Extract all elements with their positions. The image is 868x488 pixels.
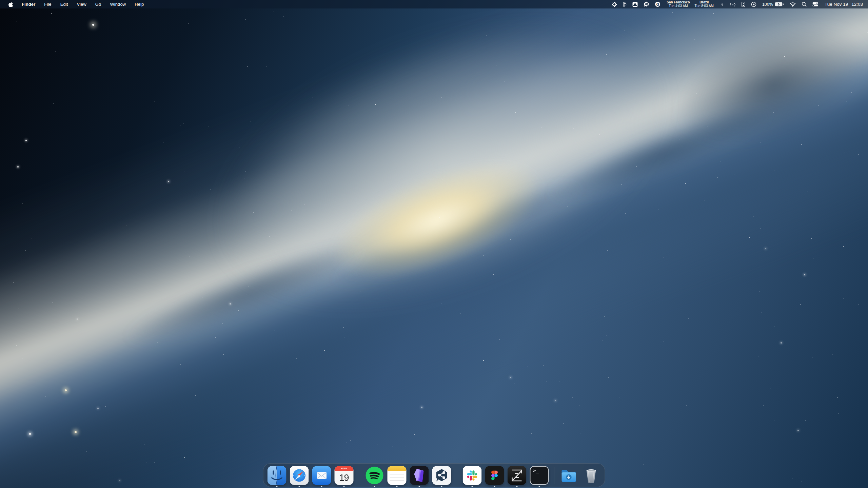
battery-percent: 100%: [762, 2, 773, 7]
battery-status[interactable]: 100%: [762, 2, 784, 7]
menu-bar-left: Finder File Edit View Go Window Help: [6, 1, 148, 7]
world-clock-san-francisco[interactable]: San Francisco Tue 4:03 AM: [667, 1, 690, 8]
calendar-app-icon[interactable]: NOV 19: [335, 466, 354, 485]
notes-yellow-band: [388, 466, 407, 471]
menu-bar: Finder File Edit View Go Window Help: [0, 0, 868, 8]
play-circle-icon[interactable]: [751, 2, 756, 7]
menu-item-finder[interactable]: Finder: [17, 2, 40, 7]
notes-paper: [388, 471, 407, 485]
dock: NOV 19: [263, 463, 605, 487]
dots-arc-icon[interactable]: [730, 2, 736, 7]
calendar-day-label: 19: [335, 471, 354, 485]
hexagon-share-app-icon[interactable]: [432, 466, 451, 485]
menu-item-view[interactable]: View: [73, 2, 91, 7]
menu-bar-clock[interactable]: Tue Nov 19 12:03: [825, 2, 863, 7]
zed-app-icon[interactable]: [508, 466, 527, 485]
figma-outline-icon[interactable]: [623, 2, 627, 7]
terminal-prompt: >_: [533, 468, 539, 473]
desktop-wallpaper: [0, 0, 868, 488]
notes-app-icon[interactable]: [388, 466, 407, 485]
dock-divider: [554, 467, 554, 484]
menu-item-go[interactable]: Go: [91, 2, 106, 7]
battery-charging-icon: [775, 2, 784, 6]
spotify-app-icon[interactable]: [365, 466, 384, 485]
apple-logo-icon: [8, 1, 13, 7]
obsidian-app-icon[interactable]: [410, 466, 429, 485]
slack-app-icon[interactable]: [463, 466, 482, 485]
trash-icon[interactable]: [582, 466, 601, 485]
menu-item-edit[interactable]: Edit: [56, 2, 73, 7]
bluetooth-icon[interactable]: [720, 2, 724, 7]
menu-item-window[interactable]: Window: [105, 2, 130, 7]
hexagon-share-icon[interactable]: [644, 1, 649, 7]
finder-app-icon[interactable]: [268, 466, 287, 485]
date-label: Tue Nov 19: [825, 2, 848, 7]
calendar-month-label: NOV: [335, 466, 354, 471]
screenshot-triangle-icon[interactable]: [632, 2, 638, 7]
terminal-app-icon[interactable]: >_: [530, 466, 549, 485]
wifi-icon[interactable]: [790, 2, 796, 7]
sparkle-burst-icon[interactable]: [612, 2, 617, 7]
g-circle-icon[interactable]: G: [655, 2, 660, 7]
menu-item-help[interactable]: Help: [130, 2, 148, 7]
menu-bar-status: G San Francisco Tue 4:03 AM Brazil Tue 8…: [612, 1, 863, 8]
safari-app-icon[interactable]: [290, 466, 309, 485]
vignette: [0, 0, 868, 488]
device-icon[interactable]: [742, 2, 745, 7]
control-center-icon[interactable]: [812, 2, 818, 6]
figma-app-icon[interactable]: [485, 466, 504, 485]
downloads-folder-icon[interactable]: [559, 466, 578, 485]
menu-item-file[interactable]: File: [40, 2, 56, 7]
apple-menu[interactable]: [6, 1, 15, 7]
world-clocks[interactable]: San Francisco Tue 4:03 AM Brazil Tue 8:0…: [667, 1, 714, 8]
mail-app-icon[interactable]: [312, 466, 331, 485]
spotlight-search-icon[interactable]: [802, 2, 807, 7]
time-label: 12:03: [851, 2, 863, 7]
world-clock-brazil[interactable]: Brazil Tue 8:03 AM: [695, 1, 714, 8]
